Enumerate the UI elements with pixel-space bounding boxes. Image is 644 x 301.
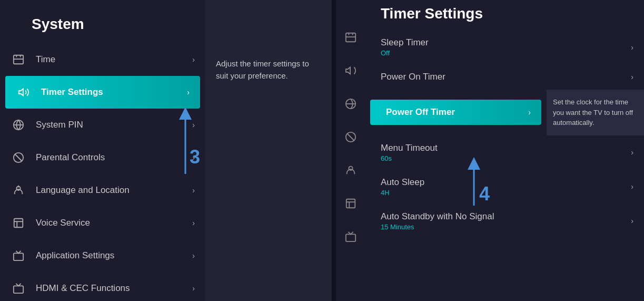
hdmi-cec-label: HDMI & CEC Functions: [36, 283, 192, 294]
svg-marker-4: [19, 89, 23, 96]
auto-sleep-sublabel: 4H: [381, 189, 631, 197]
timer-item-power-on[interactable]: Power On Timer ›: [365, 64, 644, 90]
timer-item-sleep-timer[interactable]: Sleep Timer Off ›: [365, 30, 644, 64]
sidebar-grid-icon: [343, 198, 359, 212]
description-panel: Adjust the timer settings to suit your p…: [205, 0, 332, 301]
parental-controls-icon: [11, 150, 26, 166]
system-pin-chevron: ›: [192, 121, 195, 129]
right-panel-title: Timer Settings: [365, 0, 644, 30]
voice-service-chevron: ›: [192, 219, 195, 227]
svg-rect-14: [14, 253, 23, 260]
sleep-timer-sublabel: Off: [381, 49, 631, 57]
description-text: Adjust the timer settings to suit your p…: [216, 58, 321, 82]
hdmi-cec-icon: [11, 280, 26, 296]
auto-sleep-chevron: ›: [631, 182, 633, 191]
timer-settings-chevron: ›: [187, 88, 190, 96]
sidebar-time-icon: [343, 32, 359, 46]
timer-item-auto-standby[interactable]: Auto Standby with No Signal 15 Minutes ›: [365, 204, 644, 238]
language-location-icon: [11, 182, 26, 198]
power-on-label: Power On Timer: [381, 72, 631, 82]
svg-rect-15: [14, 286, 23, 293]
language-location-label: Language and Location: [36, 185, 192, 196]
auto-standby-sublabel: 15 Minutes: [381, 223, 631, 231]
power-off-tooltip-text: Set the clock for the time you want the …: [553, 98, 633, 127]
left-panel: System Time › Timer Settings › System PI…: [0, 0, 205, 301]
parental-controls-chevron: ›: [192, 153, 195, 162]
sidebar-volume-icon: [343, 65, 359, 79]
sidebar-globe-icon: [343, 98, 359, 112]
time-icon: [11, 52, 26, 67]
time-label: Time: [36, 54, 192, 65]
power-off-content: Power Off Timer: [386, 107, 528, 118]
auto-sleep-label: Auto Sleep: [381, 177, 631, 188]
menu-timeout-content: Menu Timeout 60s: [381, 143, 631, 162]
timer-rows: Sleep Timer Off › Power On Timer › Power…: [365, 30, 644, 301]
system-pin-label: System PIN: [36, 120, 192, 130]
menu-item-app-settings[interactable]: Application Settings ›: [0, 239, 205, 272]
power-on-content: Power On Timer: [381, 72, 631, 82]
right-section: Timer Settings Sleep Timer Off › Power O…: [365, 0, 644, 301]
svg-rect-26: [346, 199, 355, 208]
svg-line-24: [347, 134, 354, 141]
sleep-timer-content: Sleep Timer Off: [381, 37, 631, 57]
svg-marker-20: [345, 67, 350, 74]
svg-line-8: [15, 154, 22, 161]
app-settings-icon: [11, 248, 26, 264]
timer-settings-label: Timer Settings: [41, 87, 187, 98]
sidebar-tv-icon: [343, 231, 359, 245]
menu-item-time[interactable]: Time ›: [0, 43, 205, 76]
timer-settings-icon: [16, 84, 32, 100]
menu-timeout-sublabel: 60s: [381, 154, 631, 162]
system-pin-icon: [11, 117, 26, 133]
menu-item-hdmi-cec[interactable]: HDMI & CEC Functions ›: [0, 272, 205, 301]
app-settings-label: Application Settings: [36, 250, 192, 261]
power-on-chevron: ›: [631, 73, 633, 81]
sleep-timer-chevron: ›: [631, 43, 633, 52]
auto-standby-content: Auto Standby with No Signal 15 Minutes: [381, 211, 631, 231]
auto-standby-chevron: ›: [631, 217, 633, 225]
sidebar-block-icon: [343, 131, 359, 145]
menu-timeout-chevron: ›: [631, 148, 633, 157]
power-off-chevron: ›: [528, 108, 531, 116]
menu-item-timer-settings[interactable]: Timer Settings ›: [5, 76, 200, 109]
timer-item-menu-timeout[interactable]: Menu Timeout 60s ›: [365, 135, 644, 170]
parental-controls-label: Parental Controls: [36, 152, 192, 163]
main-wrapper: System Time › Timer Settings › System PI…: [0, 0, 644, 301]
voice-service-icon: [11, 215, 26, 231]
sleep-timer-label: Sleep Timer: [381, 37, 631, 48]
app-settings-chevron: ›: [192, 251, 195, 260]
auto-standby-label: Auto Standby with No Signal: [381, 211, 631, 222]
time-chevron: ›: [192, 55, 195, 64]
power-off-label: Power Off Timer: [386, 107, 528, 118]
hdmi-cec-chevron: ›: [192, 284, 195, 293]
menu-timeout-label: Menu Timeout: [381, 143, 631, 153]
icon-sidebar: [336, 0, 365, 301]
power-off-tooltip: Set the clock for the time you want the …: [547, 90, 644, 135]
power-off-timer-row: Power Off Timer › Set the clock for the …: [365, 90, 644, 135]
timer-item-auto-sleep[interactable]: Auto Sleep 4H ›: [365, 170, 644, 204]
auto-sleep-content: Auto Sleep 4H: [381, 177, 631, 197]
left-panel-title: System: [0, 16, 205, 43]
menu-item-language-location[interactable]: Language and Location ›: [0, 174, 205, 207]
svg-rect-11: [14, 219, 23, 228]
menu-item-voice-service[interactable]: Voice Service ›: [0, 207, 205, 239]
left-divider: [332, 0, 336, 301]
timer-item-power-off[interactable]: Power Off Timer ›: [370, 100, 541, 125]
voice-service-label: Voice Service: [36, 218, 192, 228]
menu-item-system-pin[interactable]: System PIN ›: [0, 109, 205, 141]
svg-rect-29: [345, 234, 355, 241]
sidebar-person-icon: [343, 164, 359, 179]
language-location-chevron: ›: [192, 186, 195, 195]
menu-item-parental-controls[interactable]: Parental Controls ›: [0, 141, 205, 174]
